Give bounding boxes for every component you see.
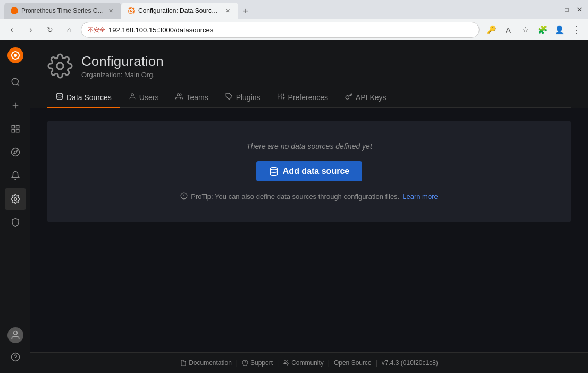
- tab-teams[interactable]: Teams: [167, 87, 216, 108]
- datasources-panel: There are no data sources defined yet Ad…: [47, 121, 571, 222]
- tab-teams-label: Teams: [186, 93, 208, 102]
- title-bar: Prometheus Time Series Colle... ✕ Config…: [0, 0, 588, 19]
- sidebar-avatar[interactable]: [7, 327, 23, 343]
- svg-point-11: [11, 148, 19, 156]
- footer-sep-2: |: [277, 359, 279, 367]
- add-datasource-label: Add data source: [283, 167, 349, 176]
- tab-prometheus[interactable]: Prometheus Time Series Colle... ✕: [4, 3, 121, 19]
- home-button[interactable]: ⌂: [62, 22, 77, 37]
- address-bar: ‹ › ↻ ⌂ 不安全 192.168.100.15:3000/datasour…: [0, 19, 588, 40]
- back-button[interactable]: ‹: [4, 22, 19, 37]
- tab-users[interactable]: Users: [120, 87, 167, 108]
- footer-support-link[interactable]: Support: [242, 359, 273, 367]
- sidebar-bottom: [5, 327, 26, 369]
- svg-marker-12: [13, 151, 16, 154]
- window-controls: ─ □ ✕: [550, 5, 584, 14]
- svg-point-18: [57, 93, 63, 95]
- new-tab-button[interactable]: +: [238, 4, 253, 19]
- svg-point-31: [270, 168, 278, 170]
- puzzle-icon: [225, 93, 233, 102]
- tab-config-close[interactable]: ✕: [224, 6, 232, 15]
- tab-prometheus-close[interactable]: ✕: [107, 6, 115, 15]
- browser-toolbar-icons: 🔑 A ☆ 🧩 👤 ⋮: [484, 22, 584, 37]
- svg-rect-10: [16, 130, 19, 132]
- bookmark-icon[interactable]: ☆: [518, 22, 533, 37]
- address-text: 192.168.100.15:3000/datasources: [108, 26, 473, 34]
- profile-icon[interactable]: 👤: [552, 22, 567, 37]
- page-title: Configuration: [81, 53, 164, 70]
- sidebar-item-shield[interactable]: [5, 212, 26, 233]
- svg-point-2: [14, 54, 17, 57]
- minimize-button[interactable]: ─: [550, 5, 558, 14]
- support-icon: [242, 360, 248, 366]
- tab-bar: Prometheus Time Series Colle... ✕ Config…: [4, 1, 545, 19]
- footer-opensource-label: Open Source: [334, 359, 372, 367]
- user-icon: [129, 93, 136, 102]
- config-header: Configuration Organization: Main Org. Da…: [30, 40, 588, 108]
- footer-sep-4: |: [376, 359, 377, 367]
- sidebar-item-explore[interactable]: [5, 142, 26, 163]
- translate-icon[interactable]: A: [501, 22, 516, 37]
- sidebar-item-help[interactable]: [5, 346, 26, 368]
- tab-plugins-label: Plugins: [236, 93, 261, 102]
- tab-apikeys-label: API Keys: [356, 93, 387, 102]
- footer-opensource-link[interactable]: Open Source: [334, 359, 372, 367]
- tab-prometheus-label: Prometheus Time Series Colle...: [21, 7, 104, 14]
- footer-sep-1: |: [236, 359, 238, 367]
- tab-plugins[interactable]: Plugins: [217, 87, 269, 108]
- maximize-button[interactable]: □: [562, 5, 571, 14]
- content-area: There are no data sources defined yet Ad…: [30, 108, 588, 352]
- svg-rect-9: [12, 130, 14, 132]
- tab-datasources[interactable]: Data Sources: [47, 87, 120, 108]
- tab-preferences[interactable]: Preferences: [269, 87, 337, 108]
- org-label: Organization: Main Org.: [81, 71, 164, 79]
- close-button[interactable]: ✕: [575, 5, 584, 14]
- forward-button[interactable]: ›: [23, 22, 38, 37]
- sidebar-item-create[interactable]: [5, 95, 26, 116]
- footer-documentation-label: Documentation: [189, 359, 232, 367]
- tab-users-label: Users: [139, 93, 159, 102]
- footer-documentation-link[interactable]: Documentation: [180, 359, 232, 367]
- learn-more-link[interactable]: Learn more: [402, 193, 438, 201]
- add-datasource-button[interactable]: Add data source: [256, 161, 362, 181]
- footer-support-label: Support: [250, 359, 273, 367]
- protip-icon: [180, 192, 188, 201]
- svg-point-35: [284, 361, 287, 363]
- database-add-icon: [269, 167, 279, 176]
- tab-config-label: Configuration: Data Sources -...: [138, 7, 221, 14]
- empty-message: There are no data sources defined yet: [246, 142, 372, 151]
- menu-icon[interactable]: ⋮: [569, 22, 584, 37]
- security-warning: 不安全: [88, 26, 105, 34]
- svg-point-17: [57, 63, 63, 69]
- tab-apikeys[interactable]: API Keys: [337, 87, 395, 108]
- sidebar-item-search[interactable]: [5, 71, 26, 93]
- documentation-icon: [180, 360, 187, 366]
- app: Configuration Organization: Main Org. Da…: [0, 40, 588, 373]
- sidebar-item-configuration[interactable]: [5, 188, 26, 210]
- grafana-logo[interactable]: [5, 45, 26, 66]
- key-tab-icon: [345, 93, 352, 102]
- sidebar-item-alerting[interactable]: [5, 165, 26, 186]
- sliders-icon: [278, 93, 285, 102]
- tab-datasources-label: Data Sources: [66, 93, 112, 102]
- config-title-row: Configuration Organization: Main Org.: [47, 53, 571, 79]
- footer-community-link[interactable]: Community: [283, 359, 324, 367]
- extensions-icon[interactable]: 🧩: [535, 22, 550, 37]
- key-icon[interactable]: 🔑: [484, 22, 499, 37]
- config-title-text: Configuration Organization: Main Org.: [81, 53, 164, 79]
- svg-point-3: [12, 78, 18, 85]
- tab-favicon-config: [128, 7, 135, 14]
- tab-config[interactable]: Configuration: Data Sources -... ✕: [121, 3, 238, 19]
- database-icon: [56, 93, 63, 102]
- config-gear-icon: [47, 53, 73, 79]
- community-icon: [283, 360, 289, 366]
- protip-row: ProTip: You can also define data sources…: [180, 192, 438, 201]
- svg-line-4: [17, 84, 19, 85]
- footer-sep-3: |: [328, 359, 330, 367]
- svg-point-14: [13, 331, 17, 335]
- footer-community-label: Community: [291, 359, 324, 367]
- sidebar-item-dashboards[interactable]: [5, 118, 26, 139]
- refresh-button[interactable]: ↻: [43, 22, 57, 37]
- address-input[interactable]: 不安全 192.168.100.15:3000/datasources: [81, 22, 480, 38]
- svg-point-19: [131, 94, 133, 96]
